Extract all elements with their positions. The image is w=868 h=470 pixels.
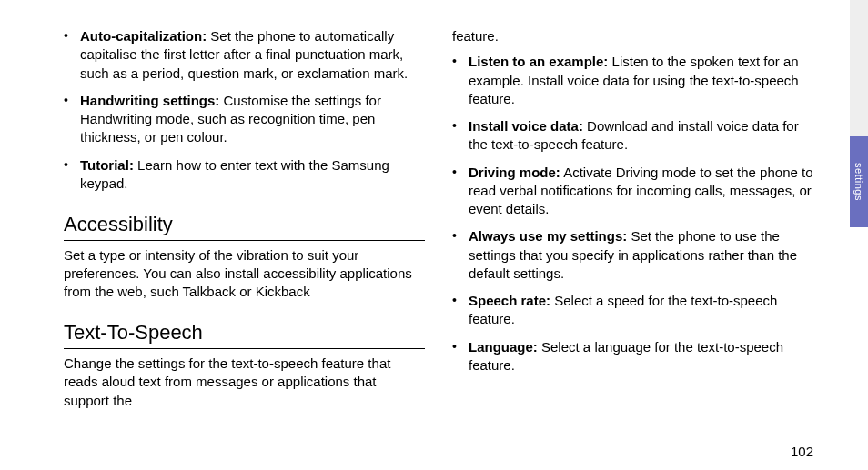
heading-accessibility: Accessibility [64, 211, 425, 241]
term: Always use my settings: [469, 228, 627, 244]
side-tab: settings [850, 136, 868, 227]
desc-text-to-speech: Change the settings for the text-to-spee… [64, 355, 425, 410]
left-column: Auto-capitalization: Set the phone to au… [64, 27, 425, 410]
bullet-list-left: Auto-capitalization: Set the phone to au… [64, 27, 425, 193]
term: Handwriting settings: [80, 93, 219, 108]
list-item: Driving mode: Activate Driving mode to s… [452, 164, 813, 219]
continuation-text: feature. [452, 27, 813, 45]
desc-accessibility: Set a type or intensity of the vibration… [64, 246, 425, 302]
list-item: Listen to an example: Listen to the spok… [452, 53, 813, 108]
list-item: Handwriting settings: Customise the sett… [64, 92, 425, 147]
list-item: Auto-capitalization: Set the phone to au… [64, 27, 425, 83]
bullet-list-right: Listen to an example: Listen to the spok… [452, 53, 813, 375]
term: Listen to an example: [469, 54, 608, 69]
content-columns: Auto-capitalization: Set the phone to au… [0, 0, 868, 419]
heading-text-to-speech: Text-To-Speech [64, 319, 425, 349]
list-item: Always use my settings: Set the phone to… [452, 227, 813, 283]
page-number: 102 [791, 444, 813, 459]
term: Install voice data: [469, 118, 583, 134]
list-item: Language: Select a language for the text… [452, 338, 813, 375]
list-item: Speech rate: Select a speed for the text… [452, 292, 813, 329]
term: Tutorial: [80, 157, 134, 173]
list-item: Tutorial: Learn how to enter text with t… [64, 156, 425, 194]
right-column: feature. Listen to an example: Listen to… [452, 27, 813, 410]
term: Language: [469, 339, 538, 355]
term: Driving mode: [469, 165, 560, 180]
term: Speech rate: [469, 293, 550, 308]
side-tab-label: settings [853, 163, 864, 201]
list-item: Install voice data: Download and install… [452, 117, 813, 155]
term: Auto-capitalization: [80, 28, 207, 44]
manual-page: settings Auto-capitalization: Set the ph… [0, 0, 868, 470]
side-strip [850, 0, 868, 136]
